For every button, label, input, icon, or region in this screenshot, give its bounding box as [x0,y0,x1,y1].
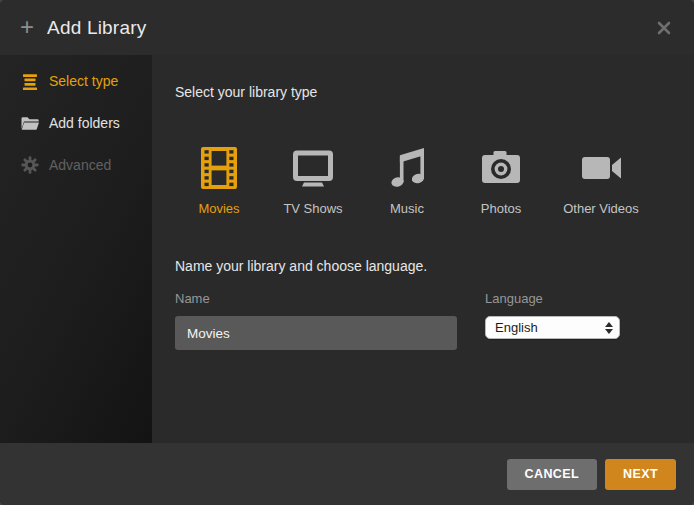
type-option-music[interactable]: Music [363,146,451,216]
dialog-title: Add Library [47,17,146,39]
language-select[interactable]: English [485,316,620,339]
sidebar-item-add-folders[interactable]: Add folders [0,102,152,144]
type-option-label: Movies [175,201,263,216]
main-panel: Select your library type [152,55,694,443]
library-type-row: Movies TV Shows [175,146,670,216]
folder-icon [20,113,40,133]
select-stepper-icon [605,322,613,334]
name-field-group: Name [175,291,457,350]
type-option-other-videos[interactable]: Other Videos [551,146,651,216]
dialog-footer: CANCEL NEXT [0,443,694,505]
sidebar-item-advanced[interactable]: Advanced [0,144,152,186]
language-field-label: Language [485,291,620,306]
type-option-label: TV Shows [269,201,357,216]
sidebar-item-select-type[interactable]: Select type [0,60,152,102]
next-button[interactable]: NEXT [605,459,676,490]
name-field-label: Name [175,291,457,306]
sidebar-item-label: Select type [49,73,118,89]
dialog-header: + Add Library [0,0,694,55]
camera-icon [479,146,523,190]
plus-icon: + [20,15,34,39]
type-option-photos[interactable]: Photos [457,146,545,216]
gear-icon [20,155,40,175]
video-camera-icon [579,146,623,190]
library-name-input[interactable] [175,316,457,350]
language-field-group: Language English [485,291,620,350]
sidebar-item-label: Advanced [49,157,111,173]
type-option-label: Photos [457,201,545,216]
type-option-movies[interactable]: Movies [175,146,263,216]
library-type-heading: Select your library type [175,84,670,101]
cancel-button[interactable]: CANCEL [507,459,597,490]
tv-icon [291,146,335,190]
sidebar: Select type Add folders [0,55,152,443]
add-library-dialog: + Add Library Select type [0,0,694,505]
type-option-tv-shows[interactable]: TV Shows [269,146,357,216]
music-notes-icon [385,146,429,190]
fields-row: Name Language English [175,291,670,350]
sidebar-item-label: Add folders [49,115,120,131]
film-strip-icon [197,146,241,190]
name-language-heading: Name your library and choose language. [175,258,670,274]
language-select-value: English [495,320,605,335]
list-lines-icon [20,71,40,91]
type-option-label: Music [363,201,451,216]
close-icon[interactable] [654,18,674,38]
dialog-body: Select type Add folders [0,55,694,443]
type-option-label: Other Videos [551,201,651,216]
